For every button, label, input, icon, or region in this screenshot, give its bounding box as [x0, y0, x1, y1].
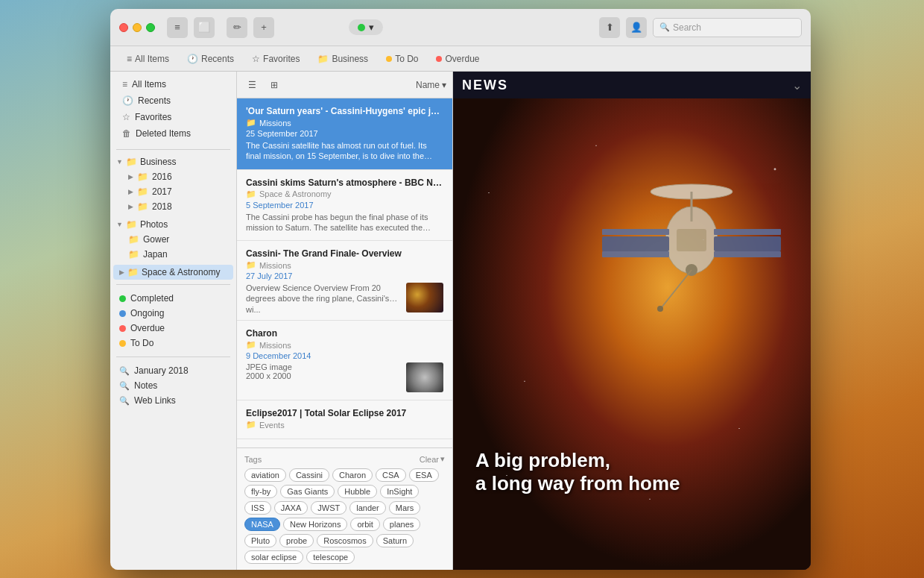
tab-recents-label: Recents — [201, 54, 234, 64]
sidebar-group-business-header[interactable]: ▼ 📁 Business — [110, 154, 236, 169]
tag-solar-eclipse[interactable]: solar eclipse — [244, 550, 303, 564]
search-placeholder[interactable]: Search — [673, 22, 701, 33]
tag-charon[interactable]: Charon — [332, 468, 373, 482]
news-label: NEWS — [462, 78, 508, 93]
tag-nasa[interactable]: NASA — [244, 518, 280, 531]
grid-view-icon[interactable]: ⊞ — [265, 76, 283, 94]
item-meta: JPEG image 2000 x 2000 — [246, 362, 400, 392]
sidebar-favorites-label: Favorites — [135, 112, 171, 122]
tab-todo[interactable]: To Do — [379, 51, 425, 67]
sidebar-item-january-2018[interactable]: 🔍 January 2018 — [110, 363, 236, 378]
list-item[interactable]: Cassini skims Saturn's atmosphere - BBC … — [237, 170, 452, 242]
tag-telescope[interactable]: telescope — [306, 550, 355, 564]
tag-hubble[interactable]: Hubble — [338, 485, 377, 498]
detail-chevron-icon[interactable]: ⌄ — [792, 78, 802, 92]
tab-recents[interactable]: 🕐 Recents — [180, 51, 241, 67]
tag-jwst[interactable]: JWST — [311, 501, 346, 515]
tag-pluto[interactable]: Pluto — [244, 534, 276, 547]
item-title: Eclipse2017 | Total Solar Eclipse 2017 — [246, 408, 443, 418]
sidebar-item-recents[interactable]: 🕐 Recents — [113, 92, 233, 109]
sidebar-group-photos-header[interactable]: ▼ 📁 Photos — [110, 217, 236, 232]
tag-jaxa[interactable]: JAXA — [274, 501, 308, 515]
tag-selector[interactable]: ▾ — [349, 19, 383, 35]
clock-icon: 🕐 — [187, 54, 198, 64]
tag-iss[interactable]: ISS — [244, 501, 271, 515]
item-folder: 📁 Missions — [246, 340, 443, 350]
chevron-down-icon: ▼ — [116, 158, 123, 166]
sidebar-item-deleted[interactable]: 🗑 Deleted Items — [113, 125, 233, 142]
svg-point-12 — [657, 306, 663, 312]
folder-icon-space: 📁 — [127, 267, 139, 277]
item-title: Charon — [246, 328, 443, 339]
item-date: 27 July 2017 — [246, 271, 443, 280]
maximize-button[interactable] — [146, 23, 155, 32]
add-button[interactable]: + — [253, 17, 274, 38]
sidebar-item-2017[interactable]: ▶ 📁 2017 — [110, 184, 236, 199]
tab-overdue[interactable]: Overdue — [428, 51, 487, 67]
tags-list: aviation Cassini Charon CSA ESA fly-by G… — [244, 468, 445, 564]
sidebar-item-2016[interactable]: ▶ 📁 2016 — [110, 169, 236, 184]
tag-mars[interactable]: Mars — [389, 501, 420, 515]
tag-planes[interactable]: planes — [383, 518, 420, 531]
list-icon: ≡ — [127, 54, 132, 64]
minimize-button[interactable] — [133, 23, 142, 32]
tags-clear-button[interactable]: Clear ▾ — [420, 454, 445, 464]
tab-todo-label: To Do — [395, 54, 418, 64]
traffic-lights — [119, 23, 155, 32]
sidebar-item-gower[interactable]: 📁 Gower — [110, 232, 236, 247]
sidebar-item-ongoing[interactable]: Ongoing — [110, 306, 236, 321]
tag-new-horizons[interactable]: New Horizons — [283, 518, 347, 531]
svg-rect-9 — [677, 229, 706, 251]
tag-csa[interactable]: CSA — [376, 468, 406, 482]
list-item[interactable]: 'Our Saturn years' - Cassini-Huygens' ep… — [237, 98, 452, 170]
close-button[interactable] — [119, 23, 128, 32]
tag-esa[interactable]: ESA — [409, 468, 439, 482]
account-button[interactable]: 👤 — [626, 17, 647, 38]
tab-all-items[interactable]: ≡ All Items — [119, 51, 177, 67]
sidebar-japan-label: Japan — [143, 249, 168, 260]
sidebar-notes-label: Notes — [134, 380, 157, 391]
sidebar-item-2018[interactable]: ▶ 📁 2018 — [110, 199, 236, 214]
overdue-dot — [436, 56, 442, 62]
tag-aviation[interactable]: aviation — [244, 468, 286, 482]
sidebar: ≡ All Items 🕐 Recents ☆ Favorites 🗑 Dele… — [110, 72, 237, 570]
tags-clear-label: Clear — [420, 455, 439, 464]
tag-saturn[interactable]: Saturn — [376, 534, 414, 547]
tabs-bar: ≡ All Items 🕐 Recents ☆ Favorites 📁 Busi… — [110, 46, 811, 72]
tab-business[interactable]: 📁 Business — [310, 51, 376, 67]
view-toggle-button[interactable]: ⬜ — [194, 17, 215, 38]
tag-lander[interactable]: lander — [349, 501, 386, 515]
share-button[interactable]: ⬆ — [599, 17, 620, 38]
tag-roscosmos[interactable]: Roscosmos — [317, 534, 373, 547]
sidebar-group-space-header[interactable]: ▶ 📁 Space & Astronomy — [113, 265, 233, 280]
moon-thumbnail — [406, 362, 443, 392]
sidebar-toggle-button[interactable]: ≡ — [167, 17, 188, 38]
new-note-button[interactable]: ✏ — [227, 17, 247, 38]
sidebar-item-todo[interactable]: To Do — [110, 336, 236, 351]
tags-area: Tags Clear ▾ aviation Cassini Charon CSA… — [237, 447, 452, 570]
sidebar-item-completed[interactable]: Completed — [110, 291, 236, 306]
tag-orbit[interactable]: orbit — [350, 518, 379, 531]
titlebar-center: ▾ — [349, 19, 383, 35]
tag-cassini[interactable]: Cassini — [289, 468, 329, 482]
folder-icon-2016: 📁 — [137, 172, 148, 182]
tag-insight[interactable]: InSight — [380, 485, 419, 498]
sort-name[interactable]: Name ▾ — [416, 80, 446, 90]
list-item[interactable]: Eclipse2017 | Total Solar Eclipse 2017 📁… — [237, 400, 452, 439]
list-view-icon[interactable]: ☰ — [243, 76, 261, 94]
sidebar-ongoing-label: Ongoing — [130, 308, 164, 318]
sidebar-item-japan[interactable]: 📁 Japan — [110, 247, 236, 262]
sidebar-item-favorites[interactable]: ☆ Favorites — [113, 109, 233, 125]
list-item[interactable]: Cassini- The Grand Finale- Overview 📁 Mi… — [237, 241, 452, 321]
list-item[interactable]: Charon 📁 Missions 9 December 2014 JPEG i… — [237, 321, 452, 400]
sidebar-item-overdue[interactable]: Overdue — [110, 321, 236, 336]
sidebar-item-web-links[interactable]: 🔍 Web Links — [110, 393, 236, 408]
tag-probe[interactable]: probe — [279, 534, 314, 547]
tab-favorites[interactable]: ☆ Favorites — [244, 51, 307, 67]
sidebar-item-notes[interactable]: 🔍 Notes — [110, 378, 236, 393]
overdue-dot-sidebar — [119, 325, 126, 332]
tag-flyby[interactable]: fly-by — [244, 485, 277, 498]
sidebar-item-all-items[interactable]: ≡ All Items — [113, 76, 233, 92]
svg-rect-8 — [714, 251, 781, 257]
tag-gas-giants[interactable]: Gas Giants — [280, 485, 335, 498]
